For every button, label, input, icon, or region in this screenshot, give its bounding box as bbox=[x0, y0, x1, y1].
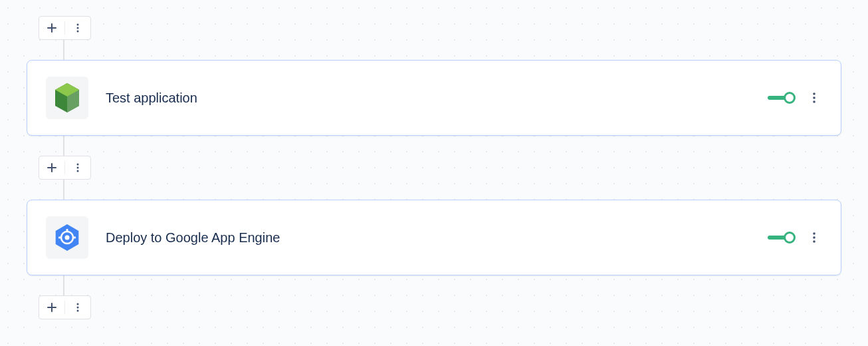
add-step-before-1 bbox=[39, 16, 91, 40]
add-step-between bbox=[39, 156, 91, 180]
pipeline-step-test-application[interactable]: Test application bbox=[27, 60, 841, 136]
svg-point-10 bbox=[65, 236, 70, 240]
more-vertical-icon bbox=[72, 23, 83, 33]
pipeline-canvas: Test application bbox=[0, 0, 868, 335]
add-step-button[interactable] bbox=[45, 21, 59, 35]
step-actions bbox=[768, 90, 822, 106]
svg-point-14 bbox=[813, 232, 815, 235]
more-vertical-icon bbox=[808, 231, 821, 244]
pipeline-step-deploy-gae[interactable]: Deploy to Google App Engine bbox=[27, 200, 841, 275]
svg-point-18 bbox=[77, 307, 79, 309]
plus-icon bbox=[47, 162, 57, 173]
step-more-button[interactable] bbox=[70, 160, 85, 175]
more-vertical-icon bbox=[72, 302, 83, 313]
connector-line bbox=[63, 274, 64, 295]
svg-point-0 bbox=[77, 24, 79, 26]
svg-point-7 bbox=[77, 167, 79, 169]
svg-rect-11 bbox=[58, 237, 62, 239]
plus-icon bbox=[47, 302, 57, 313]
svg-point-8 bbox=[77, 170, 79, 172]
toggle-knob bbox=[784, 232, 796, 244]
svg-rect-13 bbox=[66, 229, 68, 232]
plus-icon bbox=[47, 23, 57, 33]
step-enabled-toggle[interactable] bbox=[768, 230, 796, 245]
svg-point-6 bbox=[77, 164, 79, 166]
connector-line bbox=[63, 39, 64, 60]
svg-point-5 bbox=[813, 100, 815, 103]
step-icon-container bbox=[46, 77, 88, 119]
more-vertical-icon bbox=[808, 91, 821, 104]
svg-point-17 bbox=[77, 303, 79, 305]
step-title: Test application bbox=[106, 90, 768, 106]
step-more-button[interactable] bbox=[70, 21, 85, 35]
step-enabled-toggle[interactable] bbox=[768, 90, 796, 105]
add-step-button[interactable] bbox=[45, 160, 59, 175]
svg-point-1 bbox=[77, 27, 79, 29]
add-step-after-2 bbox=[39, 295, 91, 319]
step-more-button[interactable] bbox=[70, 300, 85, 315]
svg-point-4 bbox=[813, 96, 815, 99]
step-actions bbox=[768, 230, 822, 246]
svg-point-15 bbox=[813, 236, 815, 239]
divider bbox=[64, 301, 65, 314]
step-more-menu[interactable] bbox=[806, 90, 822, 106]
step-more-menu[interactable] bbox=[806, 230, 822, 246]
divider bbox=[64, 21, 65, 35]
google-app-engine-icon bbox=[51, 222, 83, 254]
toggle-knob bbox=[784, 92, 796, 104]
svg-point-2 bbox=[77, 31, 79, 33]
svg-rect-12 bbox=[72, 237, 76, 239]
step-title: Deploy to Google App Engine bbox=[106, 230, 768, 246]
more-vertical-icon bbox=[72, 162, 83, 173]
svg-point-3 bbox=[813, 92, 815, 95]
step-icon-container bbox=[46, 216, 88, 259]
divider bbox=[64, 161, 65, 174]
svg-point-19 bbox=[77, 310, 79, 312]
nodejs-icon bbox=[53, 82, 82, 114]
svg-point-16 bbox=[813, 240, 815, 243]
add-step-button[interactable] bbox=[45, 300, 59, 315]
